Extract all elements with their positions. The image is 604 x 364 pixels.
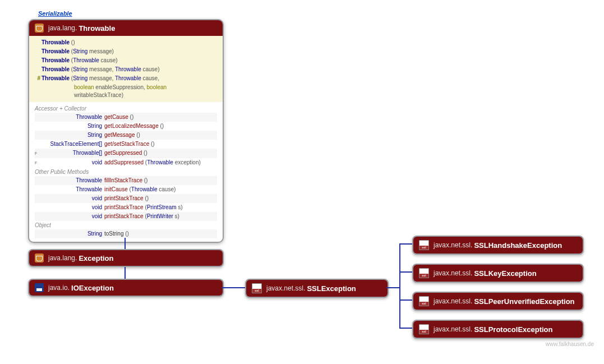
ctor[interactable]: Throwable bbox=[42, 75, 70, 82]
sslprotocol-class[interactable]: javax.net.ssl.SSLProtocolException bbox=[412, 320, 584, 339]
serializable-label[interactable]: Serializable bbox=[38, 10, 72, 17]
connector bbox=[125, 238, 126, 249]
method[interactable]: printStackTrace bbox=[104, 213, 144, 220]
params: () bbox=[145, 195, 149, 202]
pkg: javax.net.ssl. bbox=[434, 325, 472, 333]
method[interactable]: get/setStackTrace bbox=[104, 140, 149, 148]
connector bbox=[125, 267, 126, 279]
params: () bbox=[144, 149, 147, 157]
class-name: SSLKeyException bbox=[474, 269, 536, 278]
method[interactable]: getMessage bbox=[104, 131, 135, 139]
params: () bbox=[136, 131, 140, 139]
class-name: SSLHandshakeException bbox=[474, 241, 562, 250]
connector bbox=[399, 243, 400, 329]
ssl-icon bbox=[419, 296, 429, 306]
throwable-pkg: java.lang. bbox=[48, 24, 77, 32]
method[interactable]: fillInStackTrace bbox=[104, 177, 142, 185]
ssl-icon bbox=[252, 283, 262, 293]
return-type: Throwable bbox=[39, 177, 102, 185]
ctor[interactable]: Throwable bbox=[42, 57, 70, 64]
method[interactable]: getCause bbox=[104, 113, 128, 121]
ctor[interactable]: Throwable bbox=[42, 66, 70, 73]
class-name: Exception bbox=[79, 254, 113, 262]
return-type: StackTraceElement[] bbox=[39, 140, 102, 148]
class-name: IOException bbox=[71, 284, 114, 292]
protected-modifier: # bbox=[35, 75, 40, 82]
throwable-header[interactable]: java.lang. Throwable bbox=[29, 20, 223, 36]
exception-class[interactable]: java.lang.Exception bbox=[28, 249, 224, 267]
methods-section: Accessor + Collector ThrowablegetCause (… bbox=[29, 102, 223, 242]
connector bbox=[399, 300, 412, 301]
params: () bbox=[144, 177, 148, 185]
disk-icon bbox=[35, 283, 44, 292]
pkg: javax.net.ssl. bbox=[434, 241, 472, 249]
class-name: SSLPeerUnverifiedException bbox=[474, 297, 574, 306]
return-type: void bbox=[39, 159, 102, 167]
pkg: javax.net.ssl. bbox=[434, 297, 472, 305]
connector bbox=[386, 287, 400, 288]
throwable-class: java.lang. Throwable Throwable () Throwa… bbox=[28, 19, 224, 243]
section-label: Object bbox=[35, 221, 217, 229]
params: () bbox=[125, 230, 129, 238]
return-type: Throwable[] bbox=[39, 149, 102, 157]
constructor-section: Throwable () Throwable (String message) … bbox=[29, 36, 223, 102]
method[interactable]: getLocalizedMessage bbox=[104, 122, 159, 130]
ctor-params: () bbox=[71, 39, 75, 47]
final-marker: F bbox=[35, 159, 39, 167]
params: () bbox=[160, 122, 164, 130]
sslexception-class[interactable]: javax.net.ssl.SSLException bbox=[245, 279, 389, 298]
ioexception-class[interactable]: java.io.IOException bbox=[28, 279, 224, 297]
connector bbox=[399, 271, 412, 273]
return-type: void bbox=[39, 195, 102, 202]
return-type: void bbox=[39, 204, 102, 211]
method[interactable]: printStackTrace bbox=[104, 204, 144, 211]
pkg: javax.net.ssl. bbox=[266, 284, 305, 292]
method[interactable]: initCause bbox=[104, 186, 128, 193]
section-label: Accessor + Collector bbox=[35, 104, 217, 113]
return-type: void bbox=[39, 213, 102, 220]
sslkey-class[interactable]: javax.net.ssl.SSLKeyException bbox=[412, 264, 584, 283]
ssl-icon bbox=[419, 268, 429, 278]
section-label: Other Public Methods bbox=[35, 168, 217, 176]
cup-icon bbox=[35, 254, 44, 262]
class-name: SSLException bbox=[307, 284, 356, 293]
pkg: java.lang. bbox=[48, 254, 77, 262]
pkg: java.io. bbox=[48, 284, 70, 292]
connector bbox=[399, 328, 412, 329]
params: () bbox=[130, 113, 134, 121]
return-type: Throwable bbox=[39, 186, 102, 193]
ctor[interactable]: Throwable bbox=[42, 48, 70, 56]
connector bbox=[222, 287, 245, 288]
return-type: String bbox=[39, 131, 102, 139]
throwable-name: Throwable bbox=[79, 24, 115, 33]
connector bbox=[399, 243, 412, 245]
params: () bbox=[151, 140, 155, 148]
watermark: www.falkhausen.de bbox=[546, 341, 594, 347]
return-type: String bbox=[39, 122, 102, 130]
method[interactable]: toString bbox=[104, 230, 123, 238]
method[interactable]: getSuppressed bbox=[104, 149, 142, 157]
sslhandshake-class[interactable]: javax.net.ssl.SSLHandshakeException bbox=[412, 236, 584, 255]
pkg: javax.net.ssl. bbox=[434, 269, 472, 277]
return-type: Throwable bbox=[39, 113, 102, 121]
sslpeer-class[interactable]: javax.net.ssl.SSLPeerUnverifiedException bbox=[412, 292, 584, 311]
ctor[interactable]: Throwable bbox=[42, 39, 70, 47]
ssl-icon bbox=[419, 324, 429, 334]
final-marker: F bbox=[35, 150, 39, 158]
class-name: SSLProtocolException bbox=[474, 325, 552, 334]
return-type: String bbox=[39, 230, 102, 238]
cup-icon bbox=[35, 24, 44, 33]
method[interactable]: addSuppressed bbox=[104, 159, 144, 167]
ssl-icon bbox=[419, 240, 429, 250]
method[interactable]: printStackTrace bbox=[104, 195, 144, 202]
